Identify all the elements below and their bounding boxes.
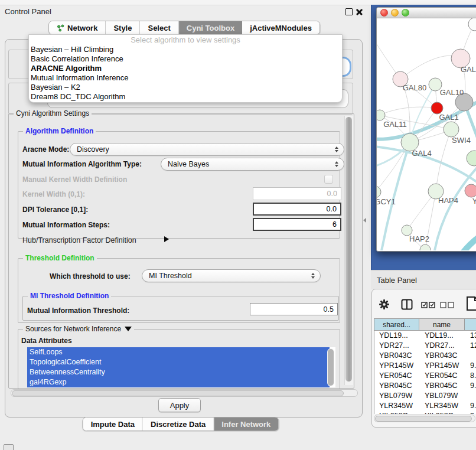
close-panel-icon[interactable] (356, 8, 363, 15)
which-threshold-value: MI Threshold (149, 272, 192, 280)
table-cell: YDR27... (420, 341, 465, 351)
algorithm-option[interactable]: Bayesian – K2 (29, 83, 342, 92)
table-panel-strip: Table Panel (371, 270, 476, 289)
mi-type-select[interactable]: Naive Bayes (161, 158, 344, 171)
sources-collapse-arrow-icon[interactable] (125, 327, 132, 331)
tab-cyni-toolbox[interactable]: Cyni Toolbox (179, 21, 242, 34)
table-cell: 9. (465, 411, 476, 414)
network-node[interactable] (420, 244, 431, 250)
network-node-swi4[interactable] (467, 151, 476, 166)
table-cell (465, 391, 476, 401)
kernel-width-field[interactable]: 0.0 (253, 187, 341, 200)
algorithm-option[interactable]: Mutual Information Inference (29, 73, 342, 83)
window-close-icon[interactable] (380, 9, 388, 17)
table-row[interactable]: YER054CYER054C8. (374, 371, 476, 381)
select-all-checkboxes-icon[interactable] (421, 302, 435, 308)
node-label: GAL10 (440, 88, 464, 97)
column-header[interactable]: name (419, 318, 465, 331)
algorithm-option[interactable]: Bayesian – Hill Climbing (29, 45, 342, 54)
deselect-checkboxes-icon[interactable] (440, 302, 454, 308)
table-cell: 9. (465, 381, 476, 391)
gear-icon[interactable] (379, 299, 389, 309)
window-minimize-icon[interactable] (391, 9, 399, 17)
table-row[interactable]: YPR145WYPR145W9. (374, 361, 476, 371)
tab-jactivemnodules[interactable]: jActiveMNodules (242, 21, 319, 34)
minimized-panel-icon[interactable] (4, 444, 14, 450)
network-node-y[interactable] (465, 184, 476, 197)
network-edge (433, 160, 476, 250)
network-node[interactable] (468, 18, 476, 31)
table-body: YDL19...YDL19...13YDR27...YDR27...12YBR0… (374, 331, 476, 414)
document-icon[interactable] (466, 296, 476, 311)
node-label: HAP4 (438, 196, 458, 205)
network-node[interactable] (431, 102, 443, 114)
mi-steps-value: 6 (332, 220, 337, 229)
network-window[interactable]: GALGAL80GAL10GAL1GAL11SWI4GAL4GCY1HAP4YH… (376, 7, 476, 252)
aracne-mode-select[interactable]: Discovery (70, 143, 344, 156)
algorithm-option[interactable]: Dream8 DC_TDC Algorithm (29, 92, 342, 102)
tab-label: Network (67, 24, 97, 32)
attribute-item[interactable]: SelfLoops (27, 347, 330, 357)
algorithm-definition-title: Algorithm Definition (23, 127, 96, 135)
which-threshold-select[interactable]: MI Threshold (142, 269, 321, 282)
settings-vertical-scrollbar[interactable] (344, 116, 353, 385)
table-row[interactable]: YBR043CYBR043C (374, 351, 476, 361)
column-header[interactable]: shared... (374, 318, 419, 331)
tab-label: Discretize Data (151, 420, 206, 429)
data-attributes-list: SelfLoopsTopologicalCoefficientBetweenne… (27, 347, 335, 387)
attributes-scrollbar[interactable] (327, 348, 334, 386)
table-row[interactable]: YIL052CYIL052C9. (374, 411, 476, 414)
network-node-gal11[interactable] (377, 110, 385, 120)
algorithm-option[interactable]: Basic Correlation Inference (29, 54, 342, 64)
combo-arrows-icon (335, 146, 338, 152)
node-label: SWI4 (452, 136, 471, 145)
attribute-item[interactable]: BetweennessCentrality (27, 367, 330, 377)
mi-threshold-value: 0.5 (324, 305, 334, 314)
splitpane-collapse-icon[interactable] (363, 218, 366, 223)
network-window-titlebar[interactable] (377, 8, 476, 18)
table-cell: YER054C (420, 371, 465, 381)
settings-horizontal-scrollbar[interactable] (11, 389, 358, 397)
table-cell: YIL052C (420, 411, 465, 414)
table-cell: YDL19... (374, 331, 420, 341)
column-header[interactable]: A (465, 318, 476, 331)
tab-infer-network[interactable]: Infer Network (214, 418, 278, 431)
node-label: GAL1 (439, 113, 458, 122)
float-panel-icon[interactable] (345, 8, 353, 15)
table-cell (465, 351, 476, 361)
mi-threshold-field[interactable]: 0.5 (250, 303, 338, 315)
table-row[interactable]: YDL19...YDL19...13 (374, 331, 476, 341)
mi-steps-field[interactable]: 6 (253, 218, 341, 231)
tab-discretize-data[interactable]: Discretize Data (143, 418, 214, 431)
network-canvas[interactable]: GALGAL80GAL10GAL1GAL11SWI4GAL4GCY1HAP4YH… (377, 18, 476, 250)
mi-type-value: Naive Bayes (168, 160, 209, 168)
table-row[interactable]: YDR27...YDR27...12 (374, 341, 476, 351)
split-columns-icon[interactable] (401, 299, 413, 310)
attribute-item[interactable]: gal4RGexp (27, 377, 330, 387)
attribute-item[interactable]: TopologicalCoefficient (27, 357, 330, 367)
algorithm-option[interactable]: ARACNE Algorithm (29, 64, 342, 73)
table-horizontal-scrollbar[interactable] (374, 415, 475, 422)
table-cell: YDL19... (420, 331, 465, 341)
node-label: HAP2 (409, 234, 429, 243)
network-node-gal1[interactable] (444, 122, 459, 137)
dpi-tolerance-label: DPI Tolerance [0,1]: (22, 206, 88, 214)
table-row[interactable]: YLR345WYLR345W9. (374, 401, 476, 411)
tab-select[interactable]: Select (140, 21, 178, 34)
window-zoom-icon[interactable] (402, 9, 409, 17)
dpi-tolerance-field[interactable]: 0.0 (253, 203, 341, 216)
table-cell: YBR045C (420, 381, 465, 391)
table-row[interactable]: YBL079WYBL079W (374, 391, 476, 401)
table-row[interactable]: YBR045CYBR045C9. (374, 381, 476, 391)
network-node-gcy1[interactable] (377, 186, 381, 198)
application-window: Control Panel NetworkStyleSelectCyni Too… (0, 0, 476, 450)
apply-button[interactable]: Apply (158, 398, 201, 412)
manual-kernel-checkbox[interactable] (324, 175, 333, 184)
table-cell: YBR045C (374, 381, 420, 391)
table-cell: YIL052C (374, 411, 420, 414)
hub-expand-arrow-icon[interactable] (164, 236, 169, 242)
tab-impute-data[interactable]: Impute Data (83, 418, 143, 431)
tab-network[interactable]: Network (49, 21, 106, 34)
table-cell: 8. (465, 371, 476, 381)
tab-style[interactable]: Style (106, 21, 140, 34)
